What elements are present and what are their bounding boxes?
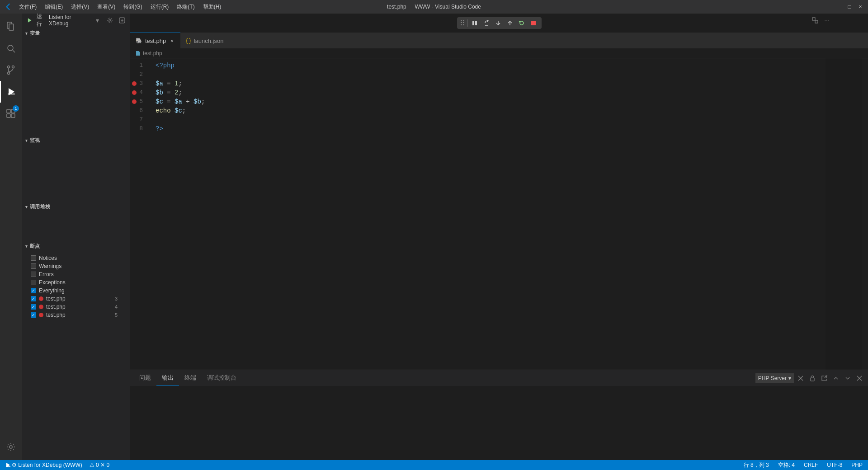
panel-tab-problems[interactable]: 问题 (134, 370, 156, 386)
menu-help[interactable]: 帮助(H) (199, 2, 225, 12)
debug-step-over-button[interactable] (481, 18, 492, 28)
bp-testphp-5-line: 5 (115, 312, 121, 318)
svg-rect-19 (815, 20, 818, 23)
debug-settings-button[interactable] (105, 15, 114, 25)
variables-section-header[interactable]: ▾ 变量 (22, 27, 130, 39)
bp-testphp-3-checkbox[interactable] (31, 296, 36, 301)
status-encoding[interactable]: UTF-8 (825, 460, 844, 470)
code-content[interactable]: <?php $a = 1; $b = 2; $c = $a + $b; echo… (152, 58, 826, 370)
menu-edit[interactable]: 编辑(E) (41, 2, 66, 12)
panel-clear-button[interactable] (796, 373, 806, 383)
bp-warnings-checkbox[interactable] (31, 263, 36, 269)
status-language-label: PHP (851, 462, 863, 468)
panel-tab-output[interactable]: 输出 (156, 370, 179, 386)
tab-launch-json[interactable]: { } launch.json × (180, 33, 238, 48)
bp-notices[interactable]: Notices (22, 254, 130, 262)
debug-restart-button[interactable] (516, 18, 527, 28)
bp-exceptions-checkbox[interactable] (31, 280, 36, 285)
bp-testphp-4[interactable]: test.php 4 (22, 303, 130, 311)
menu-view[interactable]: 查看(V) (94, 2, 119, 12)
breadcrumb-file[interactable]: test.php (136, 50, 162, 56)
activity-explorer[interactable] (0, 16, 22, 38)
activity-search[interactable] (0, 38, 22, 59)
editor-top-right: ··· (810, 15, 832, 25)
tab-test-php[interactable]: 🐘 test.php × (130, 33, 180, 48)
debug-step-into-button[interactable] (493, 18, 504, 28)
minimap (826, 58, 862, 370)
code-line-7 (156, 115, 826, 124)
line-num-1: 1 (130, 61, 146, 70)
menu-select[interactable]: 选择(V) (67, 2, 93, 12)
debug-pause-button[interactable] (469, 18, 480, 28)
editor-main: 1 2 3 4 5 6 7 8 (130, 58, 868, 460)
breakpoints-section-header[interactable]: ▾ 断点 (22, 240, 130, 252)
minimize-button[interactable]: ─ (835, 4, 842, 10)
panel-close-button[interactable] (854, 373, 864, 383)
menu-file[interactable]: 文件(F) (15, 2, 40, 12)
bp-testphp-4-checkbox[interactable] (31, 304, 36, 310)
vscode-logo-icon (5, 3, 12, 10)
status-errors-item[interactable]: ⚠ 0 ✕ 0 (88, 460, 111, 470)
bp-exceptions[interactable]: Exceptions (22, 278, 130, 287)
call-stack-section-header[interactable]: ▾ 调用堆栈 (22, 201, 130, 213)
call-stack-content (22, 213, 130, 240)
bp-testphp-5[interactable]: test.php 5 (22, 311, 130, 319)
bp-everything[interactable]: Everything (22, 287, 130, 295)
panel-maximize-button[interactable] (843, 373, 853, 383)
tab-json-icon: { } (186, 38, 191, 44)
watch-section-header[interactable]: ▾ 监视 (22, 134, 130, 146)
bp-testphp-5-label: test.php (46, 312, 112, 318)
bp-testphp-3[interactable]: test.php 3 (22, 295, 130, 303)
panel-collapse-button[interactable] (831, 373, 841, 383)
close-button[interactable]: × (857, 4, 863, 10)
tab-php-icon: 🐘 (136, 38, 142, 44)
status-bar: ⚙ Listen for XDebug (WWW) ⚠ 0 ✕ 0 行 8，列 … (0, 460, 868, 470)
call-stack-title: 调用堆栈 (30, 203, 51, 210)
bp-notices-checkbox[interactable] (31, 255, 36, 261)
svg-marker-13 (28, 18, 32, 22)
status-cursor-pos-label: 行 8，列 3 (744, 461, 769, 469)
activity-run-debug[interactable] (0, 81, 22, 103)
debug-config-chevron[interactable]: ▾ (93, 15, 102, 25)
status-debug-label: ⚙ Listen for XDebug (WWW) (12, 462, 82, 468)
code-editor[interactable]: 1 2 3 4 5 6 7 8 (130, 58, 868, 370)
menu-goto[interactable]: 转到(G) (120, 2, 146, 12)
bp-everything-checkbox[interactable] (31, 288, 36, 293)
bp-errors-checkbox[interactable] (31, 272, 36, 277)
bp-errors[interactable]: Errors (22, 270, 130, 278)
debug-step-out-button[interactable] (505, 18, 515, 28)
status-indent[interactable]: 空格: 4 (776, 460, 797, 470)
svg-rect-21 (475, 21, 477, 25)
more-actions-button[interactable]: ··· (822, 15, 832, 25)
status-line-ending[interactable]: CRLF (802, 460, 820, 470)
panel-tab-terminal[interactable]: 终端 (179, 370, 202, 386)
panel-tab-debug-console[interactable]: 调试控制台 (202, 370, 242, 386)
bp-testphp-3-checkbox-wrap (31, 296, 36, 301)
svg-line-29 (825, 375, 827, 378)
menu-terminal[interactable]: 终端(T) (173, 2, 198, 12)
line-num-3: 3 (130, 79, 146, 88)
bp-testphp-5-checkbox[interactable] (31, 312, 36, 318)
bp-warnings[interactable]: Warnings (22, 262, 130, 270)
panel-open-editor-button[interactable] (819, 373, 829, 383)
activity-extensions[interactable]: 1 (0, 103, 22, 124)
panel-lock-button[interactable] (807, 373, 817, 383)
toolbar-drag-handle[interactable]: ⠿ (460, 19, 465, 28)
status-debug-item[interactable]: ⚙ Listen for XDebug (WWW) (4, 460, 84, 470)
watch-title: 监视 (30, 137, 40, 144)
debug-run-button[interactable]: 运行 (25, 14, 46, 29)
activity-settings[interactable] (0, 436, 22, 458)
debug-stop-button[interactable] (528, 18, 539, 28)
debug-config-label: Listen for XDebug (49, 14, 90, 27)
maximize-button[interactable]: □ (846, 4, 853, 10)
status-cursor-pos[interactable]: 行 8，列 3 (742, 460, 771, 470)
open-editors-button[interactable] (810, 15, 820, 25)
tab-test-php-close[interactable]: × (169, 38, 175, 44)
output-source-select[interactable]: PHP Server ▾ (755, 373, 794, 383)
menu-run[interactable]: 运行(R) (147, 2, 173, 12)
breakpoints-list: Notices Warnings Errors Exceptions Every… (22, 252, 130, 321)
activity-source-control[interactable] (0, 59, 22, 81)
debug-new-config-button[interactable] (117, 15, 127, 25)
status-language[interactable]: PHP (849, 460, 864, 470)
tab-test-php-label: test.php (145, 38, 166, 44)
